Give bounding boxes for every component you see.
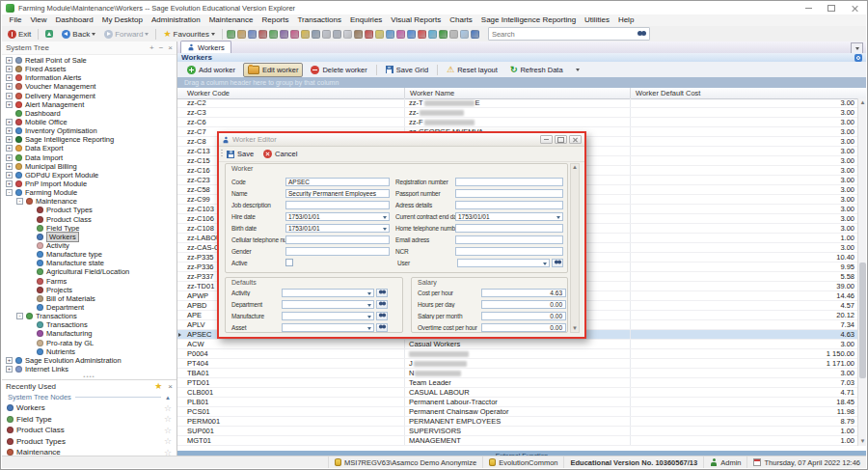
tree-item-activity[interactable]: Activity (2, 241, 176, 250)
dialog-scrollbar[interactable]: ▲ ▼ (570, 163, 580, 333)
toolbar-shortcut-icon[interactable] (354, 30, 363, 39)
toolbar-shortcut-icon[interactable] (290, 30, 299, 39)
table-row[interactable]: zz-C3zz-3.00 (177, 108, 857, 118)
collapse-all-icon[interactable]: − (159, 44, 164, 52)
tree-item-fixed-assets[interactable]: +Fixed Assets (2, 65, 176, 73)
recent-item-product-class[interactable]: Product Class☆ (2, 425, 176, 436)
column-header-worker-code[interactable]: Worker Code (182, 88, 405, 98)
tree-item-municipal-billing[interactable]: +Municipal Billing (2, 162, 176, 171)
tree-expander-icon[interactable]: + (6, 74, 13, 81)
tree-item-farms[interactable]: Farms (2, 277, 176, 286)
menu-help[interactable]: Help (613, 14, 637, 26)
toolbar-shortcut-icon[interactable] (248, 30, 257, 39)
toolbar-shortcut-icon[interactable] (386, 30, 394, 39)
close-panel-icon[interactable]: × (168, 382, 173, 391)
tree-item-agricultural-field-location[interactable]: Agricultural Field/Location (2, 267, 176, 276)
cancel-button[interactable]: Cancel (263, 150, 297, 158)
lookup-button[interactable] (376, 300, 388, 309)
adress-details-field[interactable] (455, 201, 563, 209)
email-adress-field[interactable] (455, 235, 563, 244)
collapse-group-icon[interactable]: ▲ (165, 395, 171, 401)
search-input[interactable] (492, 30, 635, 39)
table-row[interactable]: PTD01Team Leader7.03 (177, 378, 857, 388)
chevron-down-icon[interactable] (556, 216, 560, 219)
menu-sage-intelligence-reporting[interactable]: Sage Intelligence Reporting (476, 14, 580, 26)
favourite-star-icon[interactable]: ☆ (164, 436, 172, 446)
table-row[interactable]: PERM001PERMANENT EMPLOYEES8.79 (177, 417, 857, 427)
menu-reports[interactable]: Reports (258, 14, 293, 26)
manufacture-field[interactable] (282, 312, 374, 320)
menu-transactions[interactable]: Transactions (293, 14, 346, 26)
tree-item-farming-module[interactable]: -Farming Module (2, 188, 176, 197)
dialog-close-button[interactable] (569, 135, 582, 144)
gender-field[interactable] (285, 247, 390, 256)
salary-per-month-field[interactable]: 0.00 (481, 312, 566, 320)
tree-item-manufacturing[interactable]: Manufacturing (2, 329, 176, 338)
close-panel-icon[interactable]: × (168, 44, 173, 52)
toolbar-shortcut-icon[interactable] (439, 30, 448, 39)
add-worker-button[interactable]: Add worker (182, 63, 240, 76)
table-row[interactable]: zz-C6zz-F3.00 (177, 118, 857, 127)
table-row[interactable]: CLB001CASUAL LABOUR4.71 (177, 388, 857, 398)
favourites-star-icon[interactable]: ★ (154, 381, 162, 391)
toolbar-shortcut-icon[interactable] (322, 30, 331, 39)
tree-item-sage-intelligence-reporting[interactable]: +Sage Intelligence Reporting (2, 135, 176, 144)
favourites-button[interactable]: ★ Favourites (160, 29, 217, 40)
tree-item-manufacture-type[interactable]: Manufacture type (2, 250, 176, 259)
scroll-up-icon[interactable]: ▲ (572, 164, 579, 171)
grid-scrollbar[interactable]: ▲ ▼ (857, 98, 866, 446)
menu-administration[interactable]: Administration (147, 14, 204, 26)
scroll-up-icon[interactable]: ▲ (859, 99, 866, 106)
tree-item-internet-links[interactable]: +Internet Links (2, 365, 176, 373)
table-row[interactable]: PCS01Permanent Chainsaw Operator11.98 (177, 407, 857, 417)
ncr-field[interactable] (455, 247, 563, 256)
toolbar-shortcut-icon[interactable] (237, 30, 246, 39)
active-checkbox[interactable] (285, 259, 293, 266)
chevron-down-icon[interactable] (383, 228, 387, 231)
hire-date-field[interactable]: 1753/01/01 (285, 212, 390, 221)
department-field[interactable] (282, 300, 374, 309)
up-level-button[interactable] (42, 29, 56, 39)
tab-workers[interactable]: Workers (180, 41, 231, 53)
name-field[interactable]: Security Permanent Employees (285, 189, 390, 198)
lookup-button[interactable] (376, 289, 388, 297)
tree-expander-icon[interactable]: + (6, 83, 13, 90)
birth-date-field[interactable]: 1753/01/01 (285, 224, 390, 233)
tree-item-transactions[interactable]: -Transactions (2, 312, 176, 320)
passport-number-field[interactable] (455, 189, 563, 198)
toolbar-shortcut-icon[interactable] (460, 30, 469, 39)
cellular-telephone-number-field[interactable] (285, 235, 390, 244)
search-box[interactable] (488, 27, 650, 41)
toolbar-shortcut-icon[interactable] (333, 30, 341, 39)
toolbar-shortcut-icon[interactable] (343, 30, 352, 39)
tree-item-maintenance[interactable]: -Maintenance (2, 197, 176, 206)
menu-maintenance[interactable]: Maintenance (204, 14, 258, 26)
table-row[interactable]: zz-C2zz-TE3.00 (177, 98, 857, 108)
close-button[interactable] (843, 3, 866, 14)
menu-charts[interactable]: Charts (446, 14, 477, 26)
toolbar-overflow-button[interactable] (571, 66, 584, 73)
toolbar-shortcut-icon[interactable] (312, 30, 320, 39)
tree-item-delivery-management[interactable]: +Delivery Management (2, 92, 176, 100)
tree-expander-icon[interactable]: + (6, 163, 13, 170)
tree-expander-icon[interactable]: + (6, 93, 13, 99)
menu-utilities[interactable]: Utilities (581, 14, 614, 26)
job-description-field[interactable] (285, 201, 390, 209)
recent-item-product-types[interactable]: Product Types☆ (2, 436, 176, 448)
tree-item-workers[interactable]: Workers (2, 233, 176, 241)
group-by-bar[interactable]: Drag a column header here to group by th… (177, 77, 866, 88)
column-header-worker-name[interactable]: Worker Name (405, 88, 631, 98)
chevron-down-icon[interactable] (367, 316, 371, 318)
tree-expander-icon[interactable]: + (6, 154, 13, 161)
tree-expander-icon[interactable]: + (6, 366, 13, 373)
lookup-button[interactable] (376, 323, 388, 332)
tree-item-bill-of-materials[interactable]: Bill of Materials (2, 294, 176, 303)
search-binoculars-icon[interactable] (637, 31, 646, 37)
dialog-title-bar[interactable]: Worker Editor (219, 133, 584, 147)
favourite-star-icon[interactable]: ☆ (164, 403, 172, 413)
dialog-maximize-button[interactable] (555, 135, 567, 144)
tree-item-field-type[interactable]: Field Type (2, 224, 176, 233)
recent-item-field-type[interactable]: Field Type☆ (2, 414, 176, 426)
tree-expander-icon[interactable]: - (16, 198, 23, 205)
toolbar-shortcut-icon[interactable] (301, 30, 310, 39)
